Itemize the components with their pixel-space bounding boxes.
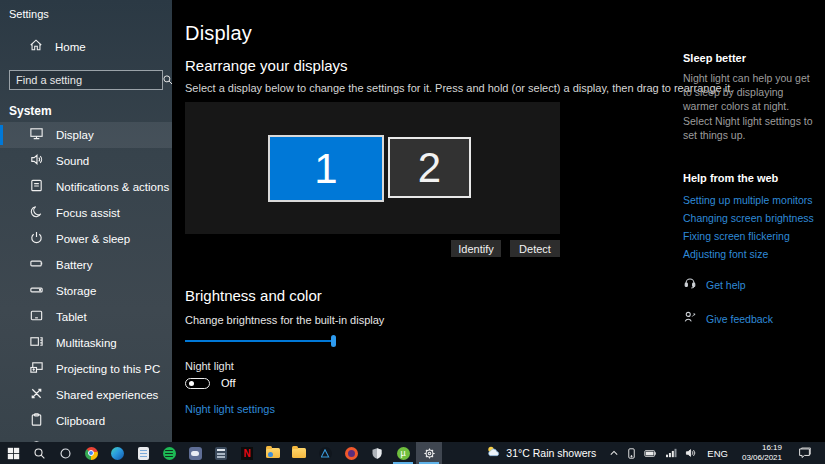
cortana-icon[interactable]	[52, 442, 78, 464]
sidebar-item-battery[interactable]: Battery	[0, 252, 172, 278]
sidebar-item-clipboard[interactable]: Clipboard	[0, 408, 172, 434]
sidebar-item-label: Focus assist	[56, 207, 120, 219]
sidebar-item-label: Tablet	[56, 311, 87, 323]
home-icon	[29, 38, 43, 56]
opera-icon[interactable]	[338, 442, 364, 464]
utorrent-icon[interactable]: µ	[390, 442, 416, 464]
sidebar-section-system: System	[0, 90, 172, 122]
language-indicator[interactable]: ENG	[705, 448, 730, 459]
weather-temp: 31°C	[506, 447, 529, 459]
monitor-1-number: 1	[314, 145, 337, 193]
chrome-icon[interactable]	[78, 442, 104, 464]
window-title: Settings	[0, 0, 172, 20]
weather-condition: Rain showers	[533, 447, 597, 459]
shared-experiences-icon	[29, 386, 44, 405]
volume-icon[interactable]	[685, 448, 697, 458]
tray-chevron-up-icon[interactable]	[609, 449, 619, 457]
notifications-icon	[29, 178, 44, 197]
spotify-icon[interactable]	[156, 442, 182, 464]
search-box[interactable]	[9, 70, 163, 90]
help-link-screen-flickering[interactable]: Fixing screen flickering	[683, 230, 815, 242]
page-title: Display	[185, 22, 825, 45]
brightness-slider-track[interactable]	[185, 340, 334, 342]
taskbar-search-icon[interactable]	[26, 442, 52, 464]
power-icon	[29, 230, 44, 249]
sidebar-item-label: Shared experiences	[56, 389, 158, 401]
identify-button[interactable]: Identify	[451, 240, 501, 257]
sidebar-item-focus-assist[interactable]: Focus assist	[0, 200, 172, 226]
monitor-2[interactable]: 2	[388, 137, 471, 198]
night-light-settings-link[interactable]: Night light settings	[185, 403, 275, 415]
file-explorer-icon[interactable]	[286, 442, 312, 464]
sidebar-item-label: Projecting to this PC	[56, 363, 160, 375]
notes-app-icon[interactable]	[130, 442, 156, 464]
taskbar-clock[interactable]: 16:19 03/06/2021	[738, 443, 786, 463]
help-link-multiple-monitors[interactable]: Setting up multiple monitors	[683, 194, 815, 206]
defender-shield-icon[interactable]	[364, 442, 390, 464]
desktop: Settings Home System Display Sound Notif…	[0, 0, 825, 464]
battery-icon	[29, 256, 44, 275]
sidebar-item-multitasking[interactable]: Multitasking	[0, 330, 172, 356]
help-links: Setting up multiple monitors Changing sc…	[683, 194, 815, 260]
get-help-icon	[683, 276, 697, 294]
sidebar-item-label: Storage	[56, 285, 96, 297]
sidebar-item-notifications[interactable]: Notifications & actions	[0, 174, 172, 200]
taskbar-right: 31°C Rain showers ENG 16:19 03/06/2021	[479, 442, 825, 464]
monitor-panel-buttons: Identify Detect	[185, 240, 560, 257]
sidebar-item-home[interactable]: Home	[0, 34, 172, 60]
weather-icon	[486, 444, 501, 462]
action-center-icon[interactable]	[794, 447, 819, 459]
sound-icon	[29, 152, 44, 171]
sidebar-item-label: Multitasking	[56, 337, 117, 349]
get-help-link[interactable]: Get help	[706, 279, 746, 291]
your-phone-icon[interactable]	[627, 448, 636, 459]
sidebar-item-storage[interactable]: Storage	[0, 278, 172, 304]
get-help-row[interactable]: Get help	[683, 276, 815, 294]
battery-tray-icon[interactable]	[644, 449, 657, 458]
night-light-state: Off	[221, 377, 235, 389]
tablet-icon	[29, 308, 44, 327]
edge-icon[interactable]	[104, 442, 130, 464]
clock-date: 03/06/2021	[742, 453, 782, 462]
sidebar-item-sound[interactable]: Sound	[0, 148, 172, 174]
brightness-slider-thumb[interactable]	[331, 335, 336, 347]
user-folder-icon[interactable]	[260, 442, 286, 464]
system-tray: ENG 16:19 03/06/2021	[603, 443, 825, 463]
detect-button[interactable]: Detect	[510, 240, 560, 257]
calculator-icon[interactable]	[208, 442, 234, 464]
sidebar-item-tablet[interactable]: Tablet	[0, 304, 172, 330]
sidebar-item-power-sleep[interactable]: Power & sleep	[0, 226, 172, 252]
sync-app-icon[interactable]	[312, 442, 338, 464]
clipboard-icon	[29, 412, 44, 431]
display-icon	[29, 126, 44, 145]
brightness-slider[interactable]	[185, 335, 334, 347]
settings-taskbar-icon[interactable]	[416, 442, 442, 464]
multitasking-icon	[29, 334, 44, 353]
help-link-screen-brightness[interactable]: Changing screen brightness	[683, 212, 815, 224]
night-light-label: Night light	[185, 360, 825, 372]
start-button[interactable]	[0, 442, 26, 464]
monitor-arrangement-panel: 1 2	[185, 102, 560, 234]
sidebar-item-label: Power & sleep	[56, 233, 130, 245]
weather-widget[interactable]: 31°C Rain showers	[479, 444, 603, 462]
settings-sidebar: Settings Home System Display Sound Notif…	[0, 0, 172, 442]
network-icon[interactable]	[665, 448, 677, 458]
storage-icon	[29, 282, 44, 301]
give-feedback-link[interactable]: Give feedback	[706, 313, 773, 325]
monitor-1[interactable]: 1	[268, 135, 384, 202]
sidebar-item-label: Battery	[56, 259, 92, 271]
night-light-toggle[interactable]	[185, 378, 210, 389]
sidebar-item-shared-experiences[interactable]: Shared experiences	[0, 382, 172, 408]
help-link-font-size[interactable]: Adjusting font size	[683, 248, 815, 260]
sidebar-item-label: Home	[55, 41, 86, 53]
give-feedback-row[interactable]: Give feedback	[683, 310, 815, 328]
netflix-icon[interactable]: N	[234, 442, 260, 464]
sidebar-item-display[interactable]: Display	[0, 122, 172, 148]
search-input[interactable]	[10, 74, 162, 86]
sidebar-item-label: Notifications & actions	[56, 181, 169, 193]
help-panel: Sleep better Night light can help you ge…	[683, 52, 815, 328]
monitor-2-number: 2	[418, 144, 441, 192]
sidebar-item-projecting[interactable]: Projecting to this PC	[0, 356, 172, 382]
clock-time: 16:19	[762, 443, 782, 452]
discord-icon[interactable]	[182, 442, 208, 464]
